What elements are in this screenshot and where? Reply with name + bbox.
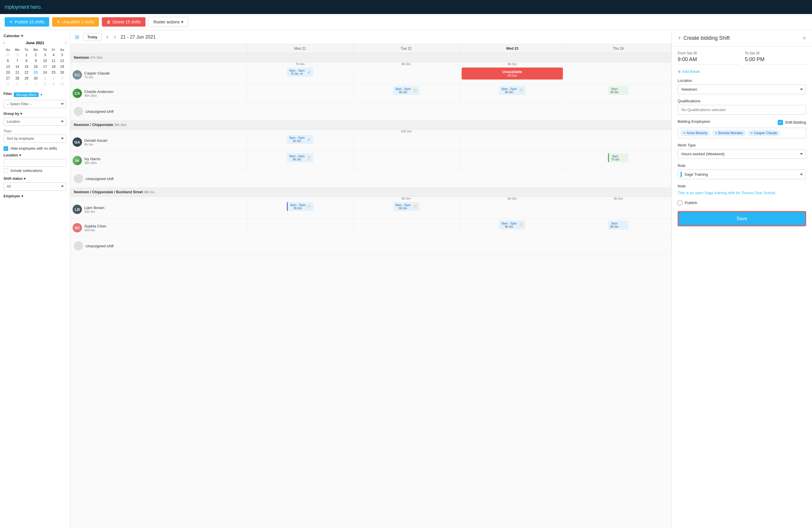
shift-bidding-checkbox[interactable]: [778, 120, 783, 125]
calendar-toggle[interactable]: Calendar ▾: [3, 34, 67, 38]
cal-day[interactable]: 1: [41, 75, 49, 81]
unpublish-button[interactable]: ✕ Unpublish 2 shifts: [52, 17, 99, 27]
shift-block[interactable]: 9am - 5pm 8h 0m ⏱: [499, 221, 525, 229]
shift-block[interactable]: 9am 9h 0m: [608, 86, 628, 95]
qualifications-input[interactable]: [678, 105, 806, 115]
shift-block[interactable]: 9am 8h 0m: [608, 221, 628, 229]
shift-block[interactable]: 9am - 5pm 8h 0m ⏱: [499, 86, 525, 95]
then-dropdown[interactable]: Sort by employee: [3, 135, 67, 143]
shift-block[interactable]: 9am - 5pm 8h 0m ✓: [287, 135, 313, 144]
top-nav: mployment hero.: [0, 0, 812, 14]
unassigned-cell: · Unassigned shift: [73, 104, 669, 118]
cal-day[interactable]: 26: [58, 70, 67, 75]
work-type-dropdown[interactable]: Hours worked (Weekend): [678, 149, 806, 159]
cal-day[interactable]: 10: [58, 81, 67, 87]
manage-filters-button[interactable]: Manage filters: [14, 92, 39, 97]
save-button[interactable]: Save: [678, 211, 806, 226]
close-button[interactable]: ×: [803, 35, 806, 42]
hide-no-shifts-checkbox[interactable]: [3, 146, 8, 151]
cal-day[interactable]: 2: [49, 75, 58, 81]
location-input[interactable]: [3, 159, 67, 167]
cal-day[interactable]: 7: [31, 81, 41, 87]
shift-block[interactable]: 9am 7h 0m: [608, 153, 628, 162]
filter-section: Filter Manage filters ▾ -- Select Filter…: [3, 92, 67, 108]
publish-button[interactable]: ✈ Publish 15 shifts: [5, 17, 49, 27]
shift-block[interactable]: 9am - 5pm 8h 0m ⏱: [287, 153, 313, 162]
role-dropdown[interactable]: Sage Training: [678, 169, 806, 179]
cal-day[interactable]: 24: [41, 70, 49, 75]
cal-day[interactable]: 9: [49, 81, 58, 87]
cal-day[interactable]: 16: [31, 64, 41, 70]
select-filter-dropdown[interactable]: -- Select Filter --: [3, 100, 67, 108]
cal-day[interactable]: 3: [58, 75, 67, 81]
cal-day[interactable]: 31: [12, 52, 22, 58]
cal-day[interactable]: 27: [3, 75, 12, 81]
location-dropdown[interactable]: Newtown: [678, 85, 806, 94]
tag-x-icon[interactable]: ×: [715, 131, 717, 135]
bidding-employees-field-group: Bidding Employees Shift Bidding × Anna B…: [678, 119, 806, 138]
cal-day[interactable]: 2: [31, 52, 41, 58]
cal-day[interactable]: 11: [49, 58, 58, 64]
role-label: Role: [678, 163, 806, 168]
cal-day[interactable]: 12: [58, 58, 67, 64]
shift-block[interactable]: 9am - 5pm 7h 0m ☕ ✓: [287, 67, 313, 77]
cal-day[interactable]: 19: [58, 64, 67, 70]
cal-day[interactable]: 6: [22, 81, 31, 87]
tag-brenda[interactable]: × Brenda Morales: [712, 130, 746, 136]
prev-week-button[interactable]: ‹: [105, 34, 110, 40]
filter-icon[interactable]: ⊞: [75, 34, 79, 40]
tag-casper[interactable]: × Casper Claude: [748, 130, 780, 136]
next-week-button[interactable]: ›: [113, 34, 117, 40]
cal-day[interactable]: 1: [22, 52, 31, 58]
shift-block[interactable]: 9am - 5pm 8h 0m ⏱: [393, 202, 419, 211]
shift-status-dropdown[interactable]: All: [3, 182, 67, 191]
cal-day[interactable]: 4: [49, 52, 58, 58]
tag-x-icon[interactable]: ×: [751, 131, 753, 135]
tag-x-icon[interactable]: ×: [683, 131, 685, 135]
cal-day[interactable]: 9: [31, 58, 41, 64]
cal-day[interactable]: 3: [41, 52, 49, 58]
publish-checkbox[interactable]: [678, 200, 682, 205]
cal-day[interactable]: 30: [31, 75, 41, 81]
cal-day[interactable]: 20: [3, 70, 12, 75]
cal-day[interactable]: 29: [22, 75, 31, 81]
include-sublocations-checkbox[interactable]: [3, 168, 8, 173]
location-field-group: Location Newtown: [678, 78, 806, 94]
cal-day[interactable]: 13: [3, 64, 12, 70]
prev-month-button[interactable]: ‹: [3, 40, 5, 45]
cal-day[interactable]: 5: [12, 81, 22, 87]
add-break-button[interactable]: ⊕ Add Break: [678, 69, 806, 74]
cal-day[interactable]: 6: [3, 58, 12, 64]
cal-day-today[interactable]: 23: [31, 70, 41, 75]
cal-day[interactable]: 18: [49, 64, 58, 70]
col-wed: Wed 23: [459, 44, 565, 53]
today-button[interactable]: Today: [83, 33, 102, 41]
cal-day[interactable]: 28: [12, 75, 22, 81]
roster-actions-button[interactable]: Roster actions ▾: [148, 17, 188, 27]
cal-day[interactable]: 21: [12, 70, 22, 75]
work-type-field-group: Work Type Hours worked (Weekend): [678, 143, 806, 159]
cal-day[interactable]: 22: [22, 70, 31, 75]
group-by-dropdown[interactable]: Location: [3, 118, 67, 126]
cal-day[interactable]: 30: [3, 52, 12, 58]
delete-button[interactable]: 🗑 Delete 15 shifts: [102, 17, 145, 27]
cal-day[interactable]: 4: [3, 81, 12, 87]
cal-day[interactable]: 8: [22, 58, 31, 64]
cal-day[interactable]: 17: [41, 64, 49, 70]
cal-day[interactable]: 15: [22, 64, 31, 70]
cal-day[interactable]: 25: [49, 70, 58, 75]
app-logo: mployment hero.: [5, 4, 42, 10]
shift-bidding-toggle[interactable]: Shift Bidding: [778, 120, 806, 125]
cal-day[interactable]: 8: [41, 81, 49, 87]
from-time-value[interactable]: 9:00 AM: [678, 57, 739, 65]
cal-day[interactable]: 7: [12, 58, 22, 64]
shift-block[interactable]: 9am - 5pm 8h 0m ⏱: [287, 202, 313, 211]
next-month-button[interactable]: ›: [65, 40, 67, 45]
shift-status-label: Shift status ▾: [3, 177, 67, 181]
cal-day[interactable]: 14: [12, 64, 22, 70]
shift-block[interactable]: 9am - 5pm 8h 0m ⏱: [393, 86, 419, 95]
cal-day[interactable]: 10: [41, 58, 49, 64]
tag-anna[interactable]: × Anna Beverly: [680, 130, 710, 136]
cal-day[interactable]: 5: [58, 52, 67, 58]
to-time-value[interactable]: 5:00 PM: [745, 57, 807, 65]
